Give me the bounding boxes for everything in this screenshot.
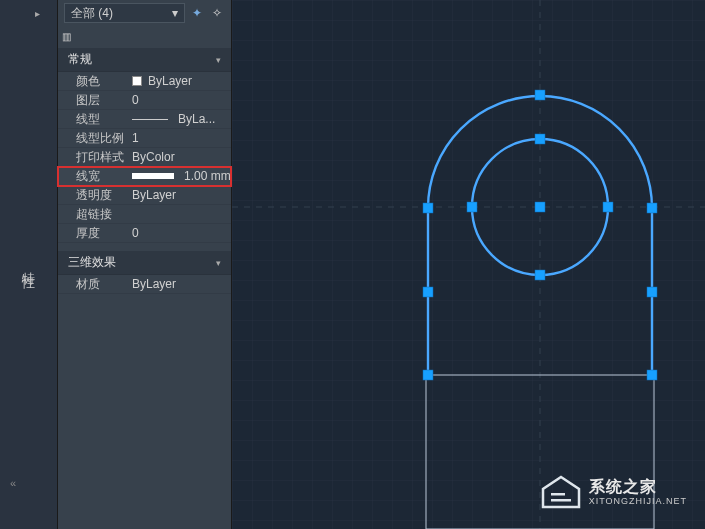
quick-select-icon[interactable]: ✧ [209,5,225,21]
chevron-right-icon[interactable]: ▸ [35,8,40,19]
section-title: 常规 [68,51,92,68]
prop-row-material[interactable]: 材质 ByLayer [58,275,231,294]
prop-row-ltscale[interactable]: 线型比例 1 [58,129,231,148]
prop-row-thickness[interactable]: 厚度 0 [58,224,231,243]
prop-label: 厚度 [58,225,126,242]
svg-rect-7 [535,270,545,280]
prop-row-lineweight[interactable]: 线宽 1.00 mm [58,167,231,186]
prop-value-text: ByLa... [178,112,215,126]
prop-value: ByLayer [126,277,231,291]
svg-rect-12 [647,203,657,213]
prop-label: 线宽 [58,168,126,185]
filter-icon[interactable]: ▥ [58,28,74,44]
svg-rect-19 [551,499,571,502]
prop-label: 透明度 [58,187,126,204]
prop-value: ByLa... [126,112,231,126]
prop-label: 线型比例 [58,130,126,147]
prop-value-text: ByLayer [148,74,192,88]
svg-rect-11 [423,203,433,213]
watermark-cn: 系统之家 [589,477,687,496]
section-title: 三维效果 [68,254,116,271]
watermark-text: 系统之家 XITONGZHIJIA.NET [589,477,687,507]
prop-label: 超链接 [58,206,126,223]
svg-rect-8 [467,202,477,212]
prop-label: 打印样式 [58,149,126,166]
prop-label: 颜色 [58,73,126,90]
prop-row-hyperlink[interactable]: 超链接 [58,205,231,224]
prop-label: 材质 [58,276,126,293]
svg-rect-18 [551,493,565,496]
collapse-icon[interactable]: « [10,477,16,489]
watermark: 系统之家 XITONGZHIJIA.NET [541,475,687,509]
prop-row-linetype[interactable]: 线型 ByLa... [58,110,231,129]
selection-label: 全部 (4) [71,5,113,22]
prop-row-plotstyle[interactable]: 打印样式 ByColor [58,148,231,167]
watermark-en: XITONGZHIJIA.NET [589,496,687,507]
lineweight-sample-icon [132,173,174,179]
prop-value: 0 [126,226,231,240]
drawing-canvas[interactable]: 系统之家 XITONGZHIJIA.NET [232,0,705,529]
svg-rect-13 [423,287,433,297]
svg-rect-6 [535,134,545,144]
add-selection-icon[interactable]: ✦ [189,5,205,21]
prop-value: ByLayer [126,188,231,202]
prop-label: 线型 [58,111,126,128]
svg-rect-14 [647,287,657,297]
prop-row-color[interactable]: 颜色 ByLayer [58,72,231,91]
svg-rect-16 [647,370,657,380]
color-swatch-icon [132,76,142,86]
chevron-down-icon: ▾ [216,55,221,65]
svg-rect-15 [423,370,433,380]
prop-value: ByLayer [126,74,231,88]
prop-label: 图层 [58,92,126,109]
prop-row-transparency[interactable]: 透明度 ByLayer [58,186,231,205]
section-header-3d[interactable]: 三维效果 ▾ [58,251,231,275]
section-header-general[interactable]: 常规 ▾ [58,48,231,72]
properties-panel: 全部 (4) ✦ ✧ ▥ 常规 ▾ 颜色 ByLayer 图层 0 线型 ByL… [58,0,232,529]
chevron-down-icon: ▾ [216,258,221,268]
prop-value: ByColor [126,150,231,164]
prop-value: 1 [126,131,231,145]
linetype-sample-icon [132,119,168,120]
svg-rect-0 [232,0,705,529]
panel-title-vertical: 特性 [20,261,38,269]
prop-value: 1.00 mm [126,169,231,183]
prop-value-text: 1.00 mm [184,169,231,183]
prop-row-layer[interactable]: 图层 0 [58,91,231,110]
watermark-logo-icon [541,475,581,509]
prop-value: 0 [126,93,231,107]
filter-row: ▥ [58,26,231,48]
sidebar-strip: ▸ 特性 « [0,0,58,529]
svg-rect-5 [535,202,545,212]
canvas-svg [232,0,705,529]
svg-marker-17 [543,477,579,507]
svg-rect-9 [603,202,613,212]
svg-rect-10 [535,90,545,100]
selection-dropdown[interactable]: 全部 (4) [64,3,185,23]
panel-header: 全部 (4) ✦ ✧ [58,0,231,26]
